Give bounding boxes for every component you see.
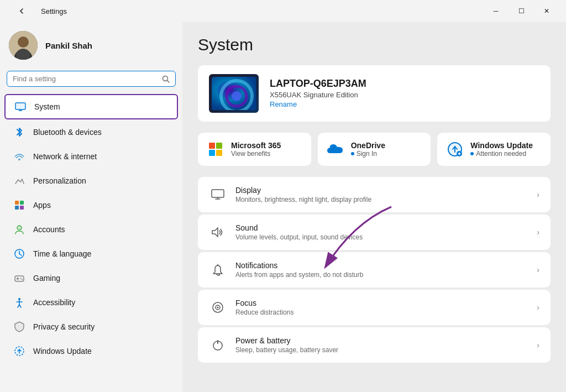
time-icon xyxy=(13,248,25,260)
svg-point-9 xyxy=(18,159,20,161)
device-rename-link[interactable]: Rename xyxy=(270,100,297,108)
sound-text: Sound Volume levels, output, input, soun… xyxy=(235,223,528,241)
user-profile[interactable]: Pankil Shah xyxy=(0,22,182,71)
windowsupdate-text: Windows Update Attention needed xyxy=(470,141,533,158)
svg-point-1 xyxy=(18,36,29,48)
notifications-title: Notifications xyxy=(235,261,528,270)
settings-list: Display Monitors, brightness, night ligh… xyxy=(198,177,551,363)
content-wrapper: System xyxy=(198,35,551,363)
sidebar-item-gaming[interactable]: Gaming xyxy=(4,266,178,290)
accessibility-icon xyxy=(13,296,25,309)
sidebar-item-apps[interactable]: Apps xyxy=(4,194,178,217)
sidebar-item-label-personalization: Personalization xyxy=(33,176,86,185)
sidebar-item-label-gaming: Gaming xyxy=(33,274,60,283)
avatar xyxy=(9,31,38,60)
windowsupdate-quick-icon xyxy=(446,140,464,158)
onedrive-status-dot xyxy=(351,152,354,155)
back-button[interactable] xyxy=(9,2,34,20)
setting-notifications[interactable]: Notifications Alerts from apps and syste… xyxy=(198,252,551,288)
onedrive-subtitle: Sign In xyxy=(351,150,385,158)
sidebar-item-privacy[interactable]: Privacy & security xyxy=(4,315,178,338)
sidebar-item-bluetooth[interactable]: Bluetooth & devices xyxy=(4,121,178,144)
notifications-text: Notifications Alerts from apps and syste… xyxy=(235,261,528,279)
windowsupdate-status-dot xyxy=(470,152,474,155)
notifications-icon xyxy=(209,261,227,279)
svg-marker-43 xyxy=(212,228,218,237)
windows-update-icon xyxy=(13,345,25,357)
onedrive-title: OneDrive xyxy=(351,141,385,150)
svg-rect-10 xyxy=(15,201,19,205)
setting-sound[interactable]: Sound Volume levels, output, input, soun… xyxy=(198,215,551,250)
user-name: Pankil Shah xyxy=(45,41,92,50)
quick-link-windowsupdate[interactable]: Windows Update Attention needed xyxy=(437,133,551,166)
sidebar-item-accounts[interactable]: Accounts xyxy=(4,218,178,241)
quick-link-microsoft365[interactable]: Microsoft 365 View benefits xyxy=(198,133,311,166)
sidebar-item-label-time: Time & language xyxy=(33,249,91,258)
sidebar: Pankil Shah System xyxy=(0,22,182,392)
bluetooth-icon xyxy=(13,126,25,138)
focus-chevron: › xyxy=(537,303,539,312)
sidebar-item-time[interactable]: Time & language xyxy=(4,242,178,265)
sidebar-item-network[interactable]: Network & internet xyxy=(4,145,178,168)
maximize-button[interactable]: ☐ xyxy=(509,2,534,20)
svg-line-5 xyxy=(167,80,170,82)
app-title: Settings xyxy=(41,7,67,15)
system-nav-icon xyxy=(14,101,27,113)
close-button[interactable]: ✕ xyxy=(534,2,559,20)
search-input[interactable] xyxy=(13,75,158,83)
svg-point-33 xyxy=(232,91,242,101)
setting-power[interactable]: Power & battery Sleep, battery usage, ba… xyxy=(198,327,551,363)
power-icon xyxy=(209,336,227,354)
search-box[interactable] xyxy=(7,71,176,87)
svg-rect-40 xyxy=(212,190,224,197)
quick-link-onedrive[interactable]: OneDrive Sign In xyxy=(318,133,431,166)
svg-point-14 xyxy=(17,226,22,230)
onedrive-text: OneDrive Sign In xyxy=(351,141,385,158)
microsoft365-title: Microsoft 365 xyxy=(231,141,281,150)
windowsupdate-subtitle: Attention needed xyxy=(470,150,533,158)
sidebar-item-windows-update[interactable]: Windows Update xyxy=(4,339,178,363)
sidebar-item-system[interactable]: System xyxy=(4,94,178,119)
device-name: LAPTOP-Q6EJP3AM xyxy=(270,78,539,90)
sidebar-item-personalization[interactable]: Personalization xyxy=(4,169,178,192)
titlebar-left: Settings xyxy=(9,2,67,20)
device-card: LAPTOP-Q6EJP3AM X556UAK Signature Editio… xyxy=(198,65,551,122)
minimize-button[interactable]: ─ xyxy=(483,2,509,20)
svg-rect-12 xyxy=(15,206,19,210)
setting-display[interactable]: Display Monitors, brightness, night ligh… xyxy=(198,177,551,212)
svg-point-23 xyxy=(18,298,20,300)
personalization-icon xyxy=(13,175,25,187)
device-info: LAPTOP-Q6EJP3AM X556UAK Signature Editio… xyxy=(270,78,539,109)
device-edition: X556UAK Signature Edition xyxy=(270,91,539,99)
microsoft365-icon xyxy=(207,140,224,158)
power-chevron: › xyxy=(537,341,539,349)
gaming-icon xyxy=(13,272,25,284)
svg-rect-11 xyxy=(20,201,24,205)
svg-rect-13 xyxy=(20,206,24,210)
onedrive-icon xyxy=(327,140,344,158)
sidebar-item-label-system: System xyxy=(34,102,60,111)
svg-point-22 xyxy=(22,279,23,280)
sidebar-item-label-privacy: Privacy & security xyxy=(33,322,95,331)
privacy-icon xyxy=(13,321,25,333)
sound-icon xyxy=(209,223,227,241)
notifications-chevron: › xyxy=(537,265,539,274)
sidebar-item-accessibility[interactable]: Accessibility xyxy=(4,291,178,314)
focus-desc: Reduce distractions xyxy=(235,309,528,316)
sound-title: Sound xyxy=(235,223,528,232)
focus-icon xyxy=(209,299,227,316)
sound-desc: Volume levels, output, input, sound devi… xyxy=(235,233,528,241)
apps-icon xyxy=(13,199,25,211)
app-body: Pankil Shah System xyxy=(0,22,566,392)
setting-focus[interactable]: Focus Reduce distractions › xyxy=(198,290,551,325)
power-desc: Sleep, battery usage, battery saver xyxy=(235,346,528,354)
window-controls: ─ ☐ ✕ xyxy=(483,2,559,20)
page-title: System xyxy=(198,35,551,54)
sidebar-item-label-network: Network & internet xyxy=(33,152,97,161)
sidebar-item-label-apps: Apps xyxy=(33,201,51,210)
windowsupdate-title: Windows Update xyxy=(470,141,533,150)
sidebar-item-label-bluetooth: Bluetooth & devices xyxy=(33,128,102,137)
device-thumbnail xyxy=(209,74,259,113)
focus-text: Focus Reduce distractions xyxy=(235,299,528,316)
network-icon xyxy=(13,150,25,163)
